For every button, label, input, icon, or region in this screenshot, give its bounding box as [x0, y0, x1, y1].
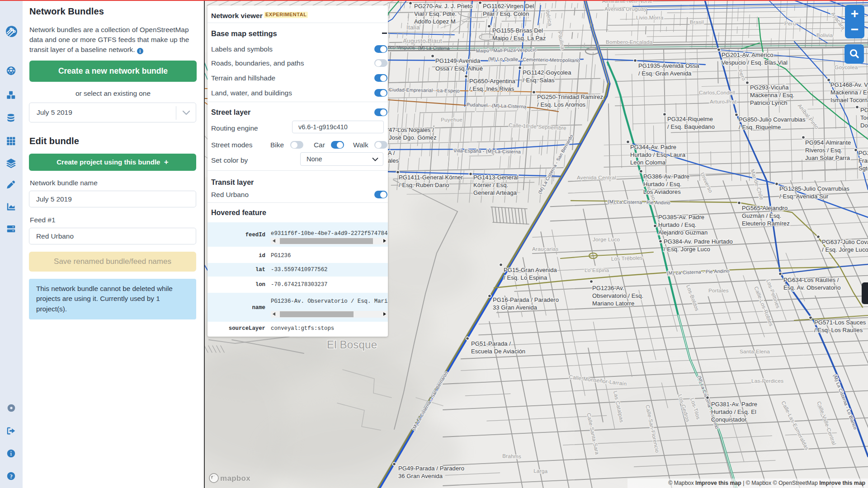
svg-text:PG1413-General: PG1413-General — [473, 174, 519, 181]
svg-text:Ossa / Esq. Alhué: Ossa / Esq. Alhué — [435, 65, 483, 72]
svg-text:PG954-Almirante: PG954-Almirante — [805, 139, 851, 146]
svg-text:PG250-Trinidad Ramírez: PG250-Trinidad Ramírez — [537, 94, 603, 100]
svg-text:Santa-Elena: Santa-Elena — [740, 348, 770, 355]
svg-text:Sgto: Sgto — [859, 165, 868, 172]
svg-text:Guzmán / Esq.: Guzmán / Esq. — [742, 212, 781, 219]
svg-text:PG381-Av. Padre: PG381-Av. Padre — [711, 401, 757, 408]
svg-text:PG1149-Avenida: PG1149-Avenida — [435, 57, 481, 64]
svg-text:/ Esq. Riquelme: / Esq. Riquelme — [739, 124, 781, 131]
svg-text:PG1162-Virgen Del: PG1162-Virgen Del — [483, 3, 534, 9]
svg-text:Observatorio / Esq.: Observatorio / Esq. — [592, 292, 643, 299]
svg-text:Vial / Esq. Pdte.: Vial / Esq. Pdte. — [414, 10, 457, 17]
svg-text:Los Aviadores: Los Aviadores — [643, 188, 681, 195]
svg-text:Italia: Italia — [406, 24, 420, 31]
svg-text:PG637-Julio Covarr: PG637-Julio Covarr — [822, 239, 868, 245]
svg-text:PG49-Parada / Paradero: PG49-Parada / Paradero — [398, 465, 464, 472]
svg-text:Hurtado / Esq.: Hurtado / Esq. — [643, 181, 682, 188]
svg-text:Brahms: Brahms — [502, 453, 521, 460]
svg-text:Lo Espina: Lo Espina — [585, 267, 609, 273]
svg-text:Avenida Central: Avenida Central — [577, 174, 616, 181]
svg-text:General Arteaga: General Arteaga — [473, 189, 517, 196]
svg-text:Hurtado / Esq. Laura: Hurtado / Esq. Laura — [630, 151, 686, 158]
svg-text:Mariano Latorre: Mariano Latorre — [592, 300, 634, 307]
svg-text:/ Esq. Ruben Dario: / Esq. Ruben Dario — [399, 182, 449, 188]
svg-text:Ismael Tocornal: Ismael Tocornal — [830, 97, 868, 103]
svg-text:PG2: PG2 — [860, 107, 868, 113]
svg-text:ales: ales — [388, 157, 399, 164]
svg-text:Bolivia: Bolivia — [816, 32, 833, 38]
svg-text:PG386-Av. Padre: PG386-Av. Padre — [643, 173, 689, 180]
svg-text:Eleuterio Ramírez: Eleuterio Ramírez — [742, 220, 790, 227]
svg-text:A /: A / — [388, 150, 395, 156]
svg-text:Vespucio / Esq. Blas Vial: Vespucio / Esq. Blas Vial — [722, 59, 788, 66]
svg-text:Puyehue: Puyehue — [441, 117, 462, 123]
svg-text:Esq. Av. Observatorio: Esq. Av. Observatorio — [783, 284, 841, 291]
svg-text:PG1285-Julio Covarrubias: PG1285-Julio Covarrubias — [779, 185, 849, 192]
svg-text:Brasil: Brasil — [690, 19, 704, 25]
svg-text:PG324-Riquelme: PG324-Riquelme — [667, 116, 713, 122]
svg-text:Las-Perdices: Las-Perdices — [751, 378, 783, 384]
svg-text:/ Esq. Jorge Luco: / Esq. Jorge Luco — [822, 246, 868, 253]
svg-text:/ Esq. Lo Espina: / Esq. Lo Espina — [504, 274, 547, 281]
svg-text:PG850-Julio Covarrubias: PG850-Julio Covarrubias — [739, 116, 806, 123]
svg-text:Goycolea: Goycolea — [835, 64, 858, 70]
svg-text:PG565-Alejandro: PG565-Alejandro — [742, 205, 788, 211]
svg-text:Hurtado / Esq. El: Hurtado / Esq. El — [711, 408, 756, 415]
svg-text:PG51-Parada /: PG51-Parada / — [471, 340, 511, 347]
svg-text:PG571-Los Sauces: PG571-Los Sauces — [814, 319, 866, 326]
svg-text:León Coloma: León Coloma — [630, 159, 666, 166]
svg-text:Patricio Lynch: Patricio Lynch — [750, 99, 788, 106]
svg-text:Arturo Prat: Arturo Prat — [710, 99, 737, 105]
svg-text:PG1236-Av.: PG1236-Av. — [592, 285, 624, 291]
svg-text:/ Esq. Gran Avenida: / Esq. Gran Avenida — [638, 70, 692, 77]
svg-text:Augusto Biaut: Augusto Biaut — [403, 38, 442, 44]
svg-text:PG270-Av. J. J. Prieto: PG270-Av. J. J. Prieto — [414, 3, 473, 9]
svg-text:Portales: Portales — [708, 287, 729, 294]
svg-text:/ Esq. Los Aromos: / Esq. Los Aromos — [537, 101, 586, 108]
svg-text:PG15-Gran Avenida: PG15-Gran Avenida — [504, 267, 557, 273]
svg-text:Adolfo López M: Adolfo López M — [414, 18, 456, 25]
svg-text:Dor: Dor — [860, 122, 868, 129]
svg-text:José Dgo. Gómez: José Dgo. Gómez — [389, 134, 437, 141]
svg-text:Maipú - Mall-Plaza Vespucio: Maipú - Mall-Plaza Vespucio — [476, 47, 537, 53]
svg-text:Mackenna / Esq.: Mackenna / Esq. — [830, 89, 868, 96]
svg-text:Maipo / Esq. La Paz: Maipo / Esq. La Paz — [492, 35, 546, 42]
svg-text:Alejandro Guzman: Alejandro Guzman — [658, 229, 708, 236]
svg-text:PG344-Av. Padre: PG344-Av. Padre — [630, 144, 676, 150]
svg-text:Conquistador: Conquistador — [711, 416, 747, 423]
svg-text:Bombero Encalada: Bombero Encalada — [606, 39, 653, 45]
svg-text:Riveros / Esq.: Riveros / Esq. — [805, 147, 842, 154]
svg-text:(M) La Cisterna - Pie Andino: (M) La Cisterna - Pie Andino — [608, 199, 670, 205]
svg-text:Hurtado / Esq.: Hurtado / Esq. — [658, 221, 697, 228]
svg-text:Los Tréboles: Los Tréboles — [611, 255, 643, 262]
svg-text:Araucarias: Araucarias — [532, 246, 558, 252]
svg-text:Körner / Esq.: Körner / Esq. — [473, 182, 508, 188]
svg-text:33 Gran Avenida: 33 Gran Avenida — [493, 304, 538, 311]
svg-text:PG384-Av. Padre Hurtado: PG384-Av. Padre Hurtado — [664, 238, 733, 245]
svg-text:Pilar / Esq. Colón: Pilar / Esq. Colón — [483, 10, 529, 17]
svg-text:PG385-Av. Padre: PG385-Av. Padre — [658, 214, 704, 221]
svg-text:mapbox: mapbox — [220, 474, 250, 483]
svg-text:Avenida Uruguay: Avenida Uruguay — [604, 6, 646, 12]
svg-text:Larga: Larga — [533, 468, 548, 474]
svg-text:/ Esq. Salas: / Esq. Salas — [523, 77, 555, 84]
svg-text:47-Los Nogales /: 47-Los Nogales / — [389, 127, 434, 133]
svg-text:Mackenna / Esq.: Mackenna / Esq. — [750, 92, 794, 99]
svg-text:36 Gran Avenida: 36 Gran Avenida — [398, 473, 443, 479]
svg-text:PG1155-Brisas Del: PG1155-Brisas Del — [492, 27, 543, 34]
svg-text:Escuela De Aviación: Escuela De Aviación — [471, 348, 525, 355]
svg-text:Livio Morra: Livio Morra — [636, 14, 664, 21]
svg-text:Juan Solar Parra: Juan Solar Parra — [805, 155, 850, 161]
svg-text:PG1468-Av. Vicuña: PG1468-Av. Vicuña — [830, 81, 868, 88]
svg-text:PG1935-Avenida Ossa: PG1935-Avenida Ossa — [638, 62, 699, 69]
svg-text:/ Esq. Jorge Luco: / Esq. Jorge Luco — [664, 246, 710, 253]
svg-text:PG16-Parada / Paradero: PG16-Parada / Paradero — [493, 296, 559, 303]
svg-text:PG1142-Goycolea: PG1142-Goycolea — [523, 69, 571, 76]
svg-text:Jorge Luco: Jorge Luco — [593, 236, 620, 243]
svg-text:PG201-Av. Américo: PG201-Av. Américo — [722, 52, 774, 58]
svg-text:PG29: PG29 — [859, 150, 868, 156]
svg-text:PG634-Los Raulíes /: PG634-Los Raulíes / — [783, 277, 839, 283]
svg-text:Toc: Toc — [860, 114, 868, 121]
svg-text:PG1411-General Körner: PG1411-General Körner — [399, 174, 463, 181]
svg-text:Fran: Fran — [859, 157, 868, 164]
